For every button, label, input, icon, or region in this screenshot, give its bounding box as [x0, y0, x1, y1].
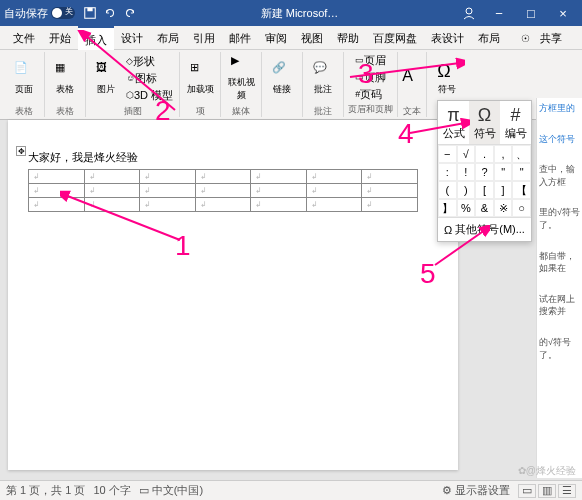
autosave-toggle[interactable]: 关 [51, 7, 75, 19]
focus-view-icon[interactable]: ▭ [518, 484, 536, 498]
side-text: 的√符号了。 [539, 336, 580, 361]
symbol-cell[interactable]: % [457, 199, 476, 217]
more-symbols-button[interactable]: Ω其他符号(M)... [438, 217, 531, 241]
symbol-cell[interactable]: " [494, 163, 513, 181]
symbol-cell[interactable]: , [494, 145, 513, 163]
symbol-cell[interactable]: : [438, 163, 457, 181]
menu-tlayout[interactable]: 布局 [471, 26, 507, 50]
word-count[interactable]: 10 个字 [93, 483, 130, 498]
table-row: ↲↲↲↲↲↲↲ [29, 170, 418, 184]
symbol-cell[interactable]: " [512, 163, 531, 181]
display-settings[interactable]: ⚙ 显示器设置 [442, 483, 510, 498]
symbol-cell[interactable]: & [475, 199, 494, 217]
textbox-button[interactable]: A [402, 52, 422, 104]
page-count[interactable]: 第 1 页，共 1 页 [6, 483, 85, 498]
close-icon[interactable]: × [548, 0, 578, 26]
menu-mail[interactable]: 邮件 [222, 26, 258, 50]
menu-baidu[interactable]: 百度网盘 [366, 26, 424, 50]
group-label: 表格 [56, 104, 74, 119]
textbox-icon: A [402, 67, 422, 87]
table-handle-icon[interactable]: ✥ [16, 146, 26, 156]
symbol-cell[interactable]: √ [457, 145, 476, 163]
icons-button[interactable]: ☺图标 [124, 70, 175, 86]
omega-icon: Ω [437, 61, 457, 81]
addin-icon: ⊞ [190, 61, 210, 81]
omega-icon: Ω [444, 224, 452, 236]
page-icon: 📄 [14, 61, 34, 81]
symbol-cell[interactable]: ] [494, 181, 513, 199]
symbol-cell[interactable]: 【 [512, 181, 531, 199]
menu-help[interactable]: 帮助 [330, 26, 366, 50]
menu-view[interactable]: 视图 [294, 26, 330, 50]
menu-ref[interactable]: 引用 [186, 26, 222, 50]
side-text: 都自带，如果在 [539, 250, 580, 275]
group-label [281, 105, 284, 117]
menu-tdesign[interactable]: 表设计 [424, 26, 471, 50]
annotation-number: 5 [420, 258, 436, 290]
minimize-icon[interactable]: − [484, 0, 514, 26]
symbol-cell[interactable]: [ [475, 181, 494, 199]
link-button[interactable]: 🔗链接 [266, 53, 298, 105]
annotation-number: 3 [358, 58, 374, 90]
menu-start[interactable]: 开始 [42, 26, 78, 50]
view-buttons: ▭ ▥ ☰ [518, 484, 576, 498]
picture-button[interactable]: 🖼图片 [90, 52, 122, 104]
symbol-cell[interactable]: ! [457, 163, 476, 181]
menu-file[interactable]: 文件 [6, 26, 42, 50]
symbol-cell[interactable]: ※ [494, 199, 513, 217]
number-tab[interactable]: #编号 [500, 101, 531, 144]
side-panel: 方框里的 这个符号 查中，输入方框 里的√符号了。 都自带，如果在 试在网上搜索… [536, 98, 582, 478]
group-label: 媒体 [232, 104, 250, 119]
menu-layout[interactable]: 布局 [150, 26, 186, 50]
share-button[interactable]: ☉ 共享 [514, 26, 576, 50]
symbol-cell[interactable]: ? [475, 163, 494, 181]
save-icon[interactable] [83, 6, 97, 20]
annotation-number: 1 [175, 230, 191, 262]
video-icon: ▶ [231, 54, 251, 74]
svg-point-2 [466, 8, 472, 14]
side-text: 试在网上搜索并 [539, 293, 580, 318]
table-row: ↲↲↲↲↲↲↲ [29, 184, 418, 198]
symbol-cell[interactable]: ○ [512, 199, 531, 217]
menu-design[interactable]: 设计 [114, 26, 150, 50]
shapes-button[interactable]: ◇形状 [124, 53, 175, 69]
symbol-cell[interactable]: ) [457, 181, 476, 199]
symbol-cell[interactable]: . [475, 145, 494, 163]
group-label: 文本 [403, 104, 421, 119]
undo-icon[interactable] [103, 6, 117, 20]
symbol-cell[interactable]: − [438, 145, 457, 163]
symbol-cell[interactable]: ( [438, 181, 457, 199]
symbol-tab[interactable]: Ω符号 [469, 101, 500, 144]
table-button[interactable]: ▦表格 [49, 52, 81, 104]
autosave[interactable]: 自动保存 关 [4, 6, 75, 21]
web-view-icon[interactable]: ☰ [558, 484, 576, 498]
side-text: 方框里的 [539, 102, 580, 115]
group-label: 插图 [124, 104, 142, 119]
comment-icon: 💬 [313, 61, 333, 81]
annotation-number: 4 [398, 118, 414, 150]
comment-button[interactable]: 💬批注 [307, 52, 339, 104]
print-view-icon[interactable]: ▥ [538, 484, 556, 498]
symbol-grid: − √ . , 、 : ! ? " " ( ) [ ] 【 】 % & ※ ○ [438, 145, 531, 217]
video-button[interactable]: ▶联机视频 [225, 52, 257, 104]
menu-insert[interactable]: 插入 [78, 26, 114, 50]
symbol-cell[interactable]: 、 [512, 145, 531, 163]
symbol-button[interactable]: Ω符号 [431, 52, 463, 104]
document-area[interactable]: ✥ 大家好，我是烽火经验 ↲↲↲↲↲↲↲ ↲↲↲↲↲↲↲ ↲↲↲↲↲↲↲ [8, 120, 458, 470]
annotation-number: 2 [155, 95, 171, 127]
user-icon[interactable] [462, 6, 476, 20]
addin-button[interactable]: ⊞加载项 [184, 52, 216, 104]
status-bar: 第 1 页，共 1 页 10 个字 ▭ 中文(中国) ⚙ 显示器设置 ▭ ▥ ☰ [0, 480, 582, 500]
equation-tab[interactable]: π公式 [438, 101, 469, 144]
side-text: 这个符号 [539, 133, 580, 146]
hash-icon: # [510, 105, 520, 126]
doc-text[interactable]: 大家好，我是烽火经验 [28, 150, 438, 165]
menu-review[interactable]: 审阅 [258, 26, 294, 50]
table[interactable]: ↲↲↲↲↲↲↲ ↲↲↲↲↲↲↲ ↲↲↲↲↲↲↲ [28, 169, 418, 212]
page-button[interactable]: 📄页面 [8, 52, 40, 104]
pi-icon: π [447, 105, 459, 126]
lang-button[interactable]: ▭ 中文(中国) [139, 483, 203, 498]
maximize-icon[interactable]: □ [516, 0, 546, 26]
redo-icon[interactable] [123, 6, 137, 20]
symbol-cell[interactable]: 】 [438, 199, 457, 217]
